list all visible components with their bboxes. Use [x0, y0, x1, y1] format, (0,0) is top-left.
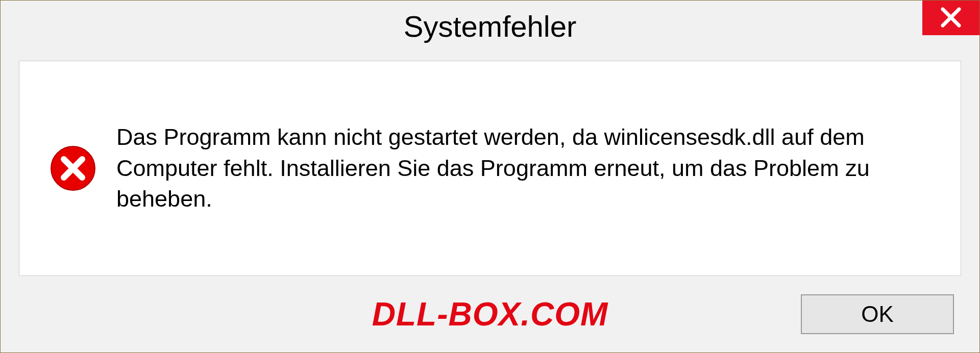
titlebar: Systemfehler [1, 1, 979, 52]
close-button[interactable] [922, 1, 979, 35]
ok-button[interactable]: OK [801, 294, 954, 334]
footer: DLL-BOX.COM OK [1, 276, 979, 352]
dialog-title: Systemfehler [404, 9, 576, 43]
error-dialog: Systemfehler Das Programm kann nicht ges… [0, 0, 980, 353]
close-icon [940, 6, 962, 30]
content-area: Das Programm kann nicht gestartet werden… [19, 61, 961, 276]
watermark-text: DLL-BOX.COM [372, 295, 608, 333]
error-message: Das Programm kann nicht gestartet werden… [116, 122, 935, 215]
error-icon [50, 145, 96, 191]
